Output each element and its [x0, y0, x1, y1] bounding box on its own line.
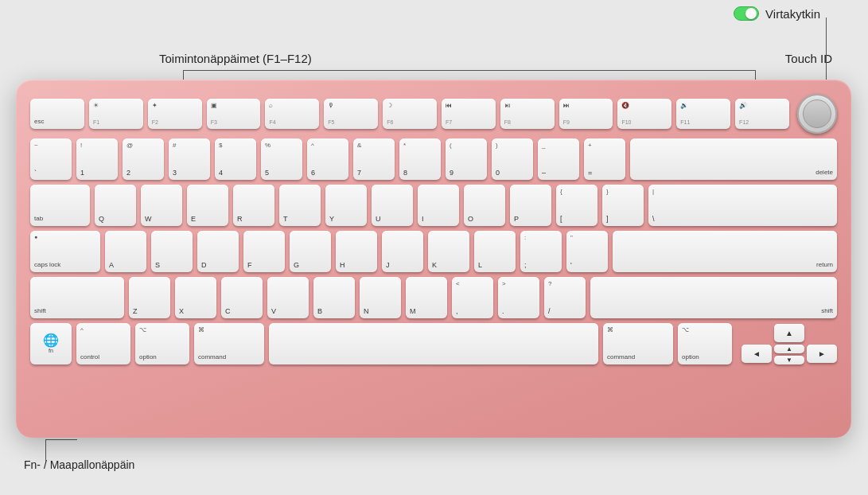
key-comma[interactable]: <,	[452, 277, 493, 318]
key-f1[interactable]: ☀ F1	[89, 99, 143, 129]
power-toggle[interactable]	[734, 6, 759, 21]
key-f7[interactable]: ⏮ F7	[442, 99, 496, 129]
key-g[interactable]: G	[290, 231, 331, 272]
bottom-row: 🌐 fn ^ control ⌥ option ⌘ command ⌘ comm…	[30, 323, 837, 364]
key-i[interactable]: I	[418, 185, 459, 226]
key-period[interactable]: >.	[498, 277, 539, 318]
key-equals[interactable]: +=	[584, 138, 625, 180]
key-6[interactable]: ^6	[307, 138, 348, 180]
key-k[interactable]: K	[428, 231, 469, 272]
key-return[interactable]: return	[613, 231, 837, 272]
fn-line-v	[45, 439, 46, 462]
key-slash[interactable]: ?/	[544, 277, 586, 318]
key-f4[interactable]: ⌕ F4	[265, 99, 319, 129]
fn-label: Fn- / Maapallonäppäin	[24, 458, 134, 471]
key-2[interactable]: @2	[123, 138, 164, 180]
key-8[interactable]: *8	[399, 138, 441, 180]
key-tab[interactable]: tab	[30, 185, 90, 226]
key-7[interactable]: &7	[353, 138, 395, 180]
key-b[interactable]: B	[313, 277, 355, 318]
key-u[interactable]: U	[372, 185, 413, 226]
key-arrow-down-half[interactable]: ▼	[774, 356, 804, 364]
keyboard: esc ☀ F1 ✦ F2 ▣ F3 ⌕ F4 🎙 F5	[16, 80, 851, 438]
key-arrow-left[interactable]: ◄	[741, 345, 772, 363]
key-f5[interactable]: 🎙 F5	[324, 99, 378, 129]
key-w[interactable]: W	[141, 185, 182, 226]
key-0[interactable]: )0	[492, 138, 533, 180]
key-j[interactable]: J	[382, 231, 423, 272]
key-5[interactable]: %5	[261, 138, 302, 180]
key-v[interactable]: V	[267, 277, 309, 318]
key-option-right[interactable]: ⌥ option	[678, 323, 732, 364]
key-f[interactable]: F	[243, 231, 285, 272]
key-f6[interactable]: ☽ F6	[383, 99, 437, 129]
key-p[interactable]: P	[510, 185, 551, 226]
toiminto-label: Toimintonäppäimet (F1–F12)	[159, 52, 312, 65]
key-m[interactable]: M	[406, 277, 447, 318]
key-option-left[interactable]: ⌥ option	[135, 323, 189, 364]
key-f9[interactable]: ⏭ F9	[559, 99, 613, 129]
key-s[interactable]: S	[151, 231, 193, 272]
key-backslash[interactable]: |\	[648, 185, 837, 226]
page-container: Virtakytkin Touch ID Toimintonäppäimet (…	[0, 0, 868, 495]
asdf-row: ● caps lock A S D F G H J K L :; "' retu…	[30, 231, 837, 272]
key-o[interactable]: O	[464, 185, 505, 226]
key-shift-right[interactable]: shift	[590, 277, 837, 318]
key-h[interactable]: H	[336, 231, 377, 272]
key-4[interactable]: $4	[215, 138, 256, 180]
fn-row: esc ☀ F1 ✦ F2 ▣ F3 ⌕ F4 🎙 F5	[30, 94, 837, 134]
key-tilde[interactable]: ~ `	[30, 138, 72, 180]
key-control[interactable]: ^ control	[76, 323, 130, 364]
key-command-left[interactable]: ⌘ command	[194, 323, 264, 364]
touch-id-button[interactable]	[797, 94, 837, 134]
key-f10[interactable]: 🔇 F10	[617, 99, 671, 129]
key-quote[interactable]: "'	[566, 231, 608, 272]
zxcv-row: shift Z X C V B N M <, >. ?/ shift	[30, 277, 837, 318]
fn-line-h	[45, 439, 77, 440]
key-arrow-up-half[interactable]: ▲	[774, 345, 804, 353]
key-minus[interactable]: _–	[538, 138, 579, 180]
key-capslock[interactable]: ● caps lock	[30, 231, 100, 272]
key-shift-left[interactable]: shift	[30, 277, 124, 318]
key-l[interactable]: L	[474, 231, 516, 272]
key-y[interactable]: Y	[325, 185, 367, 226]
virtakytkin-label-group: Virtakytkin	[734, 6, 820, 21]
key-rbracket[interactable]: }]	[602, 185, 644, 226]
key-f12[interactable]: 🔊 F12	[735, 99, 789, 129]
key-arrow-up[interactable]: ▲	[774, 324, 804, 342]
key-c[interactable]: C	[221, 277, 263, 318]
key-t[interactable]: T	[279, 185, 321, 226]
key-f11[interactable]: 🔉 F11	[676, 99, 730, 129]
key-q[interactable]: Q	[95, 185, 136, 226]
key-delete[interactable]: delete	[630, 138, 837, 180]
key-r[interactable]: R	[233, 185, 274, 226]
virtakytkin-label: Virtakytkin	[765, 7, 820, 21]
key-f2[interactable]: ✦ F2	[148, 99, 202, 129]
key-x[interactable]: X	[175, 277, 216, 318]
key-esc[interactable]: esc	[30, 99, 84, 129]
key-command-right[interactable]: ⌘ command	[603, 323, 673, 364]
key-e[interactable]: E	[187, 185, 228, 226]
toiminto-bracket-h	[183, 70, 756, 71]
key-1[interactable]: !1	[76, 138, 118, 180]
key-9[interactable]: (9	[446, 138, 487, 180]
key-fn-globe[interactable]: 🌐 fn	[30, 323, 72, 364]
key-3[interactable]: #3	[169, 138, 210, 180]
key-arrow-right[interactable]: ►	[807, 345, 837, 363]
key-semicolon[interactable]: :;	[520, 231, 562, 272]
arrow-cluster: ▲ ◄ ▲ ▼ ►	[741, 324, 837, 364]
number-row: ~ ` !1 @2 #3 $4 %5 ^6 &7 *8 (9 )0 _– += …	[30, 138, 837, 180]
key-f3[interactable]: ▣ F3	[207, 99, 261, 129]
key-a[interactable]: A	[105, 231, 146, 272]
touch-id-inner	[803, 99, 831, 128]
key-f8[interactable]: ⏯ F8	[500, 99, 555, 129]
key-lbracket[interactable]: {[	[556, 185, 597, 226]
key-space[interactable]	[269, 323, 598, 364]
key-d[interactable]: D	[197, 231, 239, 272]
key-z[interactable]: Z	[129, 277, 170, 318]
key-n[interactable]: N	[360, 277, 401, 318]
qwerty-row: tab Q W E R T Y U I O P {[ }] |\	[30, 185, 837, 226]
